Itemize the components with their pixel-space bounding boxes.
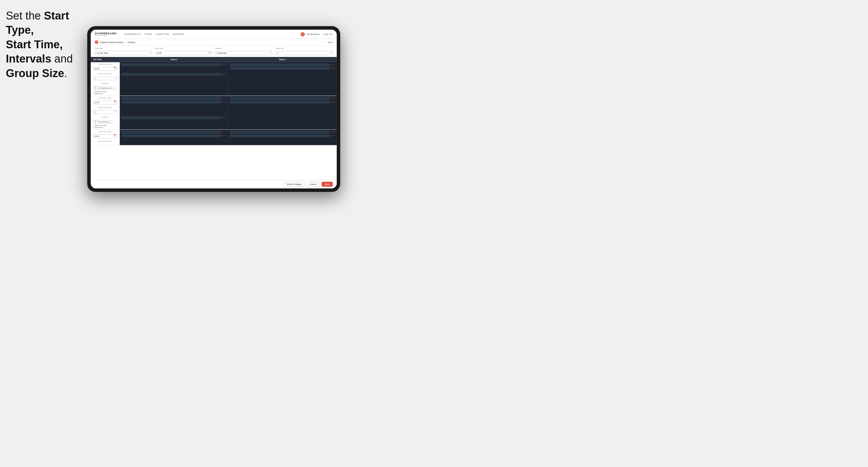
nav-tournaments[interactable]: TOURNAMENTS	[124, 33, 141, 35]
tee-left-2: STARTING TIME:	[91, 96, 120, 105]
edit-player-icon[interactable]: ✎	[333, 64, 335, 66]
starting-time-label-2: STARTING TIME:	[93, 97, 117, 99]
starting-hole-select-2[interactable]: 1	[93, 110, 117, 114]
breadcrumb-section: Hosting	[128, 41, 135, 43]
remove-player-icon[interactable]: ✕	[222, 131, 224, 133]
edit-player-icon[interactable]: ✎	[225, 73, 226, 75]
player-row: ✕ ✎	[230, 131, 335, 134]
remove-player-icon[interactable]: ✕	[222, 135, 224, 137]
edit-player-icon[interactable]: ✎	[225, 117, 226, 119]
tee-course-2: COURSE: 🏌 East Lake GC ✕ ○ Remove Group …	[91, 115, 120, 129]
player-row: ✕ ✎	[230, 97, 335, 100]
remove-course-icon[interactable]: ✕	[113, 87, 114, 89]
course-icon: 🏌	[94, 121, 97, 123]
course-tag-2: 🏌 East Lake GC ✕	[93, 120, 113, 124]
add-group-2[interactable]: + Add Group	[93, 126, 117, 128]
back-button[interactable]: ‹ Back	[327, 41, 333, 43]
edit-player-icon[interactable]: ✎	[333, 135, 335, 137]
starting-hole-wrap-2: 1	[93, 109, 117, 114]
player-bar	[121, 116, 221, 119]
edit-player-icon[interactable]: ✎	[225, 135, 226, 137]
player-bar	[230, 97, 330, 100]
tee-left-3: STARTING TIME:	[91, 130, 120, 139]
intervals-group: Intervals 10 Minutes 8 Minutes 12 Minute…	[215, 48, 273, 55]
team1-course-2: ✕ ✎	[120, 115, 228, 129]
course-tag-1: 🏌 (A) Peachtree GC ✕	[93, 86, 116, 90]
action-links-2: ○ Remove Group + Add Group	[93, 124, 117, 128]
tee-group-2: STARTING TIME: ✕ ✎ ✕	[91, 96, 337, 130]
remove-player-icon[interactable]: ✕	[222, 97, 224, 100]
action-links-1: ○ Remove Group + Add Group	[93, 91, 117, 94]
main-content: Tee Time Team 1 Team 2 STARTING TIME:	[91, 57, 337, 180]
table-row: STARTING HOLE: 1	[91, 105, 337, 115]
player-bar	[230, 101, 330, 103]
remove-group-2[interactable]: ○ Remove Group	[93, 124, 117, 126]
remove-group-1[interactable]: ○ Remove Group	[93, 91, 117, 92]
cancel-button[interactable]: Cancel	[307, 182, 320, 187]
th-team2: Team 2	[228, 57, 337, 62]
edit-player-icon[interactable]: ✎	[225, 97, 226, 100]
starting-time-input-3[interactable]	[93, 134, 117, 138]
player-row: ✕ ✎	[230, 67, 335, 70]
reset-changes-button[interactable]: Reset Changes	[284, 182, 305, 187]
starting-time-input-1[interactable]	[93, 67, 117, 71]
group-size-select[interactable]: 3 2 4	[275, 51, 333, 55]
start-type-select-wrapper: 1st Tee Start Shotgun Start	[95, 50, 152, 55]
save-button[interactable]: Save	[321, 182, 333, 187]
tee-left-3b: STARTING HOLE:	[91, 139, 120, 145]
start-time-input[interactable]	[155, 51, 212, 55]
player-row: ✕ ✎	[230, 101, 335, 103]
edit-player-icon[interactable]: ✎	[225, 131, 226, 133]
remove-player-icon[interactable]: ✕	[222, 101, 224, 103]
starting-time-input-2[interactable]	[93, 101, 117, 104]
nav-right: B blair@clippd.io | Sign out	[301, 32, 333, 36]
remove-player-icon[interactable]: ✕	[222, 117, 224, 119]
table-row: COURSE: 🏌 East Lake GC ✕ ○ Remove Group …	[91, 115, 337, 129]
intervals-label: Intervals	[215, 48, 273, 49]
logo: SCOREBOARD Powered by clippd	[95, 32, 117, 36]
sign-out-link[interactable]: Sign out	[324, 33, 333, 35]
nav-committee[interactable]: COMMITTEE	[156, 33, 169, 35]
edit-player-icon[interactable]: ✎	[225, 101, 226, 103]
player-bar	[121, 131, 221, 134]
player-bar	[230, 131, 330, 134]
avatar: B	[301, 32, 305, 36]
team1-3b	[120, 139, 228, 145]
start-type-label: Start Type	[95, 48, 152, 49]
team2-cell-3: ✕ ✎ ✕ ✎	[228, 130, 337, 139]
edit-player-icon[interactable]: ✎	[333, 67, 335, 69]
add-group-1[interactable]: + Add Group	[93, 93, 117, 94]
tablet-screen: SCOREBOARD Powered by clippd TOURNAMENTS…	[91, 30, 337, 188]
th-tee-time: Tee Time	[91, 57, 120, 62]
controls-row: Start Type 1st Tee Start Shotgun Start S…	[91, 45, 337, 57]
edit-player-icon[interactable]: ✎	[333, 131, 335, 133]
remove-player-icon[interactable]: ✕	[331, 67, 332, 69]
remove-player-icon[interactable]: ✕	[222, 64, 224, 66]
remove-player-icon[interactable]: ✕	[331, 101, 332, 103]
edit-player-icon[interactable]: ✎	[225, 64, 226, 66]
nav-teams[interactable]: TEAMS	[144, 33, 152, 35]
start-type-select[interactable]: 1st Tee Start Shotgun Start	[95, 51, 152, 55]
remove-player-icon[interactable]: ✕	[331, 64, 332, 66]
table-header: Tee Time Team 1 Team 2	[91, 57, 337, 62]
edit-player-icon[interactable]: ✎	[333, 97, 335, 100]
player-bar	[121, 101, 221, 103]
intervals-select-wrapper: 10 Minutes 8 Minutes 12 Minutes	[215, 50, 273, 55]
edit-player-icon[interactable]: ✎	[333, 101, 335, 103]
remove-player-icon[interactable]: ✕	[222, 73, 224, 75]
player-bar	[121, 97, 221, 100]
remove-player-icon[interactable]: ✕	[331, 131, 332, 133]
team1-cell-2b	[120, 105, 228, 115]
team2-3b	[228, 139, 337, 145]
player-bar	[230, 134, 330, 137]
tee-left-1b: STARTING HOLE: 1	[91, 72, 120, 82]
starting-hole-select-1[interactable]: 1	[93, 76, 117, 80]
remove-player-icon[interactable]: ✕	[331, 135, 332, 137]
breadcrumb-tournament[interactable]: Clippd Invitational (Men)	[100, 41, 124, 43]
nav-rankings[interactable]: RANKINGS	[173, 33, 185, 35]
intervals-select[interactable]: 10 Minutes 8 Minutes 12 Minutes	[215, 51, 273, 55]
remove-player-icon[interactable]: ✕	[331, 97, 332, 100]
starting-time-label-3: STARTING TIME:	[93, 131, 117, 133]
remove-course-icon[interactable]: ✕	[110, 121, 111, 123]
start-type-group: Start Type 1st Tee Start Shotgun Start	[95, 48, 152, 55]
